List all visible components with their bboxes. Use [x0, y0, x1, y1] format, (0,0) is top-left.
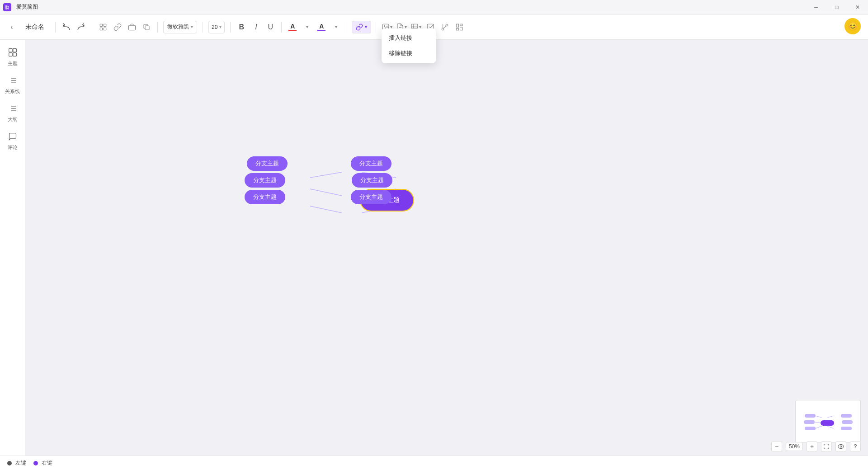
bold-button[interactable]: B [234, 20, 249, 34]
separator [347, 22, 347, 33]
svg-point-64 [840, 446, 842, 447]
minimap-branch-l3 [805, 427, 816, 430]
fit-button[interactable] [821, 441, 832, 452]
sidebar-item-theme-label: 主题 [8, 60, 18, 67]
bg-color-button[interactable]: A [314, 20, 329, 34]
italic-button[interactable]: I [249, 20, 263, 34]
branch-node-br3[interactable]: 分支主题 [351, 190, 392, 204]
left-click-icon [7, 461, 12, 465]
svg-line-53 [310, 189, 342, 196]
relations-icon [8, 76, 17, 87]
font-color-picker[interactable]: ▾ [300, 20, 314, 34]
sidebar-item-relations-label: 关系线 [5, 88, 20, 95]
minimap-branch-r3 [841, 427, 852, 430]
sidebar-item-comment[interactable]: 评论 [0, 127, 25, 155]
underline-button[interactable]: U [263, 20, 278, 34]
svg-point-19 [442, 28, 444, 30]
svg-rect-45 [13, 53, 16, 56]
branch-node-bl3[interactable]: 分支主题 [245, 190, 285, 204]
svg-text:😊: 😊 [848, 21, 858, 31]
zoom-level: 50% [786, 442, 803, 451]
branch-node-br2[interactable]: 分支主题 [352, 173, 392, 188]
separator [281, 22, 282, 33]
svg-rect-3 [104, 24, 106, 26]
sidebar-item-relations[interactable]: 关系线 [0, 71, 25, 99]
bg-color-bar [317, 30, 326, 31]
minimap-branch-r2 [842, 420, 853, 424]
minimize-button[interactable]: ─ [806, 0, 826, 14]
close-button[interactable]: ✕ [847, 0, 868, 14]
svg-rect-20 [457, 24, 459, 27]
svg-rect-7 [145, 26, 149, 30]
sidebar-item-theme[interactable]: 主题 [0, 43, 25, 71]
font-size-selector[interactable]: 20 ▾ [208, 21, 225, 33]
link-style-button[interactable] [110, 20, 125, 34]
separator [157, 22, 158, 33]
window-controls: ─ □ ✕ [806, 0, 868, 14]
eye-button[interactable] [835, 441, 846, 452]
minimap-branch-r1 [841, 414, 852, 418]
redo-button[interactable] [74, 20, 88, 34]
svg-text:脑: 脑 [5, 5, 9, 10]
svg-rect-44 [9, 53, 12, 56]
minimap-center [821, 420, 834, 426]
mindmap-connections [25, 40, 868, 470]
zoom-out-button[interactable]: − [771, 441, 782, 452]
copy-button[interactable] [139, 20, 154, 34]
svg-line-61 [827, 416, 834, 418]
remove-link-item[interactable]: 移除链接 [382, 46, 436, 61]
help-button[interactable]: ? [850, 441, 861, 452]
svg-rect-43 [13, 49, 16, 52]
sidebar: 主题 关系线 大纲 评论 [0, 40, 25, 470]
minimap-branch-l1 [805, 414, 816, 418]
insert-link-item[interactable]: 插入链接 [382, 30, 436, 46]
separator [376, 22, 376, 33]
document-title[interactable]: 未命名 [25, 23, 44, 31]
zoom-in-button[interactable]: + [807, 441, 817, 452]
branch-node-br1[interactable]: 分支主题 [351, 156, 392, 171]
link-button[interactable]: ▾ [352, 21, 371, 33]
font-color-button[interactable]: A [285, 20, 300, 34]
app-icon: 脑 [0, 0, 14, 14]
svg-line-54 [310, 206, 342, 213]
app-title: 爱莫脑图 [16, 3, 38, 11]
style-button[interactable] [96, 20, 110, 34]
group-button[interactable] [125, 20, 139, 34]
undo-button[interactable] [59, 20, 74, 34]
outline-icon [8, 104, 17, 115]
svg-point-18 [446, 24, 448, 26]
link-chevron: ▾ [365, 24, 367, 29]
sidebar-item-comment-label: 评论 [8, 144, 18, 151]
bottombar: 左键 右键 [0, 456, 868, 470]
canvas[interactable]: 中心主题 分支主题 分支主题 分支主题 分支主题 分支主题 分支主题 [25, 40, 868, 470]
right-click-icon [33, 461, 38, 465]
separator [230, 22, 231, 33]
svg-rect-5 [104, 28, 106, 30]
sidebar-item-outline-label: 大纲 [8, 116, 18, 123]
branch-button[interactable] [438, 20, 452, 34]
branch-node-bl2[interactable]: 分支主题 [245, 173, 285, 188]
minimap-branch-l2 [804, 420, 815, 424]
bg-color-picker[interactable]: ▾ [329, 20, 343, 34]
back-button[interactable]: ‹ [5, 21, 18, 33]
maximize-button[interactable]: □ [826, 0, 847, 14]
branch-node-bl1[interactable]: 分支主题 [247, 156, 288, 171]
font-family-selector[interactable]: 微软雅黑 ▾ [163, 21, 197, 33]
svg-rect-6 [129, 25, 136, 30]
template-button[interactable] [452, 20, 467, 34]
theme-icon [8, 48, 17, 59]
svg-line-63 [827, 426, 834, 428]
left-click-info: 左键 [7, 459, 26, 467]
separator [92, 22, 92, 33]
right-click-info: 右键 [33, 459, 52, 467]
zoom-controls: − 50% + ? [771, 441, 861, 452]
svg-rect-4 [100, 28, 102, 30]
svg-point-9 [384, 25, 385, 26]
user-avatar[interactable]: 😊 [844, 18, 861, 34]
svg-rect-22 [460, 27, 462, 30]
separator [203, 22, 203, 33]
minimap-inner [796, 400, 860, 442]
svg-rect-21 [460, 24, 462, 26]
sidebar-item-outline[interactable]: 大纲 [0, 99, 25, 127]
svg-line-58 [815, 416, 822, 418]
